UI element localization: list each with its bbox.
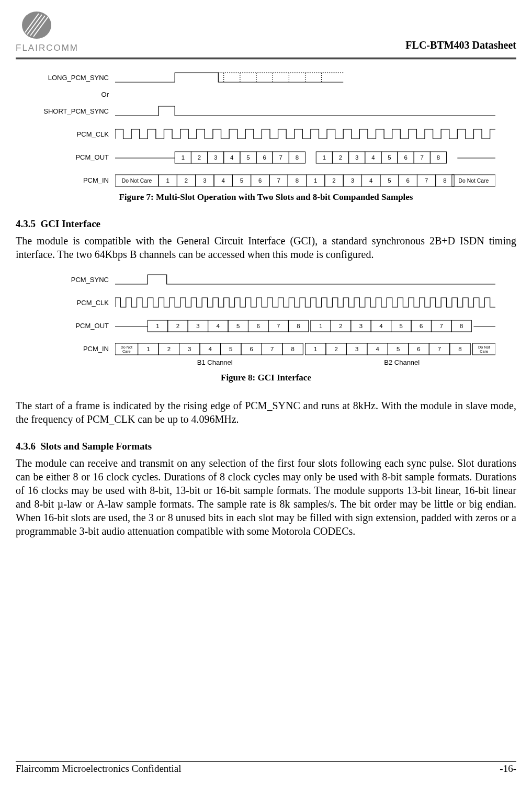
footer-right: -16- bbox=[500, 763, 516, 774]
svg-text:4: 4 bbox=[376, 346, 379, 352]
svg-text:8: 8 bbox=[291, 346, 294, 352]
svg-text:3: 3 bbox=[355, 154, 358, 161]
dnc-label: Do Not Care bbox=[122, 178, 152, 184]
svg-text:2: 2 bbox=[176, 323, 179, 329]
svg-text:8: 8 bbox=[296, 154, 299, 161]
svg-text:Care: Care bbox=[122, 350, 131, 354]
signal-label-clk-f7: PCM_CLK bbox=[37, 130, 115, 138]
figure-7-caption: Figure 7: Multi-Slot Operation with Two … bbox=[16, 192, 516, 203]
signal-label-out-f8: PCM_OUT bbox=[37, 322, 115, 330]
channel-labels: B1 Channel B2 Channel bbox=[121, 358, 495, 366]
svg-text:2: 2 bbox=[339, 323, 342, 329]
svg-text:6: 6 bbox=[250, 346, 253, 352]
svg-text:3: 3 bbox=[203, 177, 206, 184]
svg-text:4: 4 bbox=[222, 177, 225, 184]
svg-text:6: 6 bbox=[256, 323, 259, 329]
page-footer: Flaircomm Microelectronics Confidential … bbox=[16, 761, 516, 774]
svg-text:Do Not: Do Not bbox=[478, 345, 490, 350]
signal-label-long-sync: LONG_PCM_SYNC bbox=[37, 74, 115, 82]
svg-text:3: 3 bbox=[351, 177, 354, 184]
signal-label-out-f7: PCM_OUT bbox=[37, 153, 115, 161]
flaircomm-logo-icon bbox=[16, 10, 58, 42]
dnc-label: Do Not Care bbox=[459, 178, 489, 184]
svg-text:1: 1 bbox=[156, 323, 159, 329]
svg-text:8: 8 bbox=[296, 177, 299, 184]
signal-label-short-sync: SHORT_PCM_SYNC bbox=[37, 107, 115, 115]
signal-label-in-f7: PCM_IN bbox=[37, 176, 115, 184]
para-after-fig8: The start of a frame is indicated by the… bbox=[16, 399, 516, 426]
section-435-para: The module is compatible with the Genera… bbox=[16, 234, 516, 261]
svg-text:2: 2 bbox=[335, 346, 338, 352]
svg-text:5: 5 bbox=[246, 154, 250, 161]
svg-text:7: 7 bbox=[421, 154, 424, 161]
svg-text:7: 7 bbox=[277, 177, 280, 184]
svg-text:8: 8 bbox=[458, 346, 461, 352]
svg-text:3: 3 bbox=[188, 346, 191, 352]
svg-text:6: 6 bbox=[417, 346, 420, 352]
svg-text:2: 2 bbox=[198, 154, 201, 161]
svg-text:4: 4 bbox=[230, 154, 233, 161]
section-title: Slots and Sample Formats bbox=[41, 441, 152, 452]
svg-text:8: 8 bbox=[437, 154, 440, 161]
svg-text:3: 3 bbox=[359, 323, 363, 329]
signal-label-sync-f8: PCM_SYNC bbox=[37, 276, 115, 284]
brand-text: FLAIRCOMM bbox=[16, 43, 78, 53]
svg-text:7: 7 bbox=[279, 154, 282, 161]
svg-text:6: 6 bbox=[263, 154, 266, 161]
figure-8-caption: Figure 8: GCI Interface bbox=[16, 373, 516, 383]
footer-left: Flaircomm Microelectronics Confidential bbox=[16, 763, 182, 774]
svg-text:7: 7 bbox=[439, 323, 443, 329]
svg-text:5: 5 bbox=[236, 323, 240, 329]
signal-label-clk-f8: PCM_CLK bbox=[37, 299, 115, 307]
svg-text:1: 1 bbox=[319, 323, 322, 329]
b1-channel-label: B1 Channel bbox=[121, 358, 309, 366]
signal-label-or: Or bbox=[37, 91, 115, 98]
figure-7: LONG_PCM_SYNC Or SHORT_PCM_SYNC bbox=[37, 71, 495, 187]
svg-text:1: 1 bbox=[166, 177, 169, 184]
svg-text:1: 1 bbox=[314, 346, 317, 352]
svg-text:4: 4 bbox=[217, 323, 220, 329]
section-number: 4.3.6 bbox=[16, 441, 36, 452]
svg-text:4: 4 bbox=[371, 154, 375, 161]
svg-text:4: 4 bbox=[209, 346, 212, 352]
svg-text:2: 2 bbox=[332, 177, 335, 184]
header-rule bbox=[16, 58, 516, 60]
signal-label-in-f8: PCM_IN bbox=[37, 345, 115, 353]
page-header: FLAIRCOMM FLC-BTM403 Datasheet bbox=[16, 10, 516, 53]
svg-text:1: 1 bbox=[146, 346, 150, 352]
svg-text:7: 7 bbox=[425, 177, 428, 184]
b2-channel-label: B2 Channel bbox=[309, 358, 496, 366]
svg-text:7: 7 bbox=[270, 346, 274, 352]
svg-text:6: 6 bbox=[404, 154, 407, 161]
svg-text:7: 7 bbox=[438, 346, 441, 352]
svg-text:2: 2 bbox=[339, 154, 342, 161]
svg-text:5: 5 bbox=[229, 346, 232, 352]
svg-text:6: 6 bbox=[258, 177, 262, 184]
section-title: GCI Interface bbox=[41, 218, 101, 229]
svg-text:1: 1 bbox=[314, 177, 317, 184]
svg-text:1: 1 bbox=[323, 154, 326, 161]
svg-text:5: 5 bbox=[397, 346, 400, 352]
svg-text:3: 3 bbox=[355, 346, 358, 352]
section-436-para: The module can receive and transmit on a… bbox=[16, 456, 516, 538]
svg-text:8: 8 bbox=[443, 177, 446, 184]
svg-text:2: 2 bbox=[167, 346, 171, 352]
svg-point-0 bbox=[22, 12, 51, 39]
figure-8: PCM_SYNC PCM_CLK PCM_OUT 12345678 bbox=[37, 273, 495, 366]
svg-text:Care: Care bbox=[480, 350, 488, 354]
svg-text:Do Not: Do Not bbox=[121, 345, 133, 350]
svg-text:6: 6 bbox=[420, 323, 423, 329]
logo-block: FLAIRCOMM bbox=[16, 10, 78, 53]
svg-text:8: 8 bbox=[460, 323, 463, 329]
svg-text:4: 4 bbox=[369, 177, 372, 184]
section-435-heading: 4.3.5 GCI Interface bbox=[16, 218, 516, 230]
svg-text:7: 7 bbox=[277, 323, 280, 329]
svg-text:8: 8 bbox=[297, 323, 300, 329]
svg-text:3: 3 bbox=[196, 323, 199, 329]
document-title: FLC-BTM403 Datasheet bbox=[405, 39, 516, 51]
svg-text:5: 5 bbox=[240, 177, 243, 184]
section-436-heading: 4.3.6 Slots and Sample Formats bbox=[16, 441, 516, 452]
svg-text:4: 4 bbox=[379, 323, 382, 329]
svg-text:5: 5 bbox=[388, 154, 391, 161]
svg-text:5: 5 bbox=[400, 323, 403, 329]
